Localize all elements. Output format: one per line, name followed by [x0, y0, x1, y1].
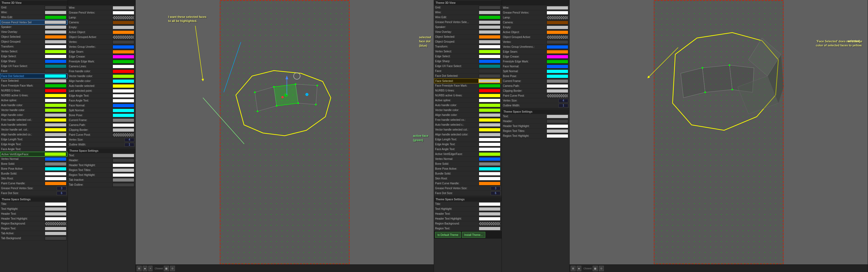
color-nurbs-u[interactable]: [45, 89, 66, 93]
r-row-grid[interactable]: Grid:: [434, 5, 501, 10]
r-color-text-highlight[interactable]: [479, 207, 500, 211]
rm-color-object-grouped-active[interactable]: [547, 35, 568, 39]
r-row-grease-pencil-vertex-sele[interactable]: Grease Pencil Vertex Sele...: [434, 20, 501, 25]
color-text-highlight[interactable]: [45, 207, 66, 211]
rm-row-split-normal[interactable]: Split Normal:: [502, 69, 569, 74]
color-speaker[interactable]: [45, 25, 66, 29]
row-view-overlay[interactable]: View Overlay:: [0, 30, 67, 34]
rm-color-paint-curve-pivot[interactable]: [547, 94, 568, 98]
r-grease-pencil-vertex-size[interactable]: 3: [491, 186, 500, 190]
rm-row-edge-seam[interactable]: Edge Seam:: [502, 50, 569, 54]
rm-color-split-normal[interactable]: [547, 69, 568, 73]
rm-row-lamp[interactable]: Lamp:: [502, 15, 569, 20]
mid-row-region-text-titles[interactable]: Region Text Titles:: [68, 168, 135, 173]
rm-color-vertex[interactable]: [547, 40, 568, 44]
mid-color-grease[interactable]: [113, 11, 134, 14]
r-row-region-background[interactable]: Region Background:: [434, 221, 501, 226]
rm-row-empty[interactable]: Empty:: [502, 25, 569, 30]
outline-width[interactable]: 1: [124, 143, 134, 147]
mid-row-vertex-group[interactable]: Vertex Group Unrefer.:: [68, 44, 135, 50]
r-toolbar-btn-misc[interactable]: ▦: [593, 266, 598, 271]
rm-color-camera[interactable]: [547, 21, 568, 24]
mid-row-split-normal[interactable]: Split Normal:: [68, 108, 135, 113]
r-color-grease[interactable]: [479, 20, 500, 24]
color-vector-handle-sel[interactable]: [45, 128, 66, 132]
color-grid[interactable]: [45, 6, 66, 9]
rm-row-bone-pose[interactable]: Bone Pose:: [502, 74, 569, 79]
r-vertex-size[interactable]: 4: [558, 99, 568, 102]
rm-row-object-grouped-active[interactable]: Object Grouped Active:: [502, 35, 569, 40]
r-color-face-angle[interactable]: [479, 147, 500, 151]
mid-color-align-handle[interactable]: [113, 79, 134, 83]
r-color-align-handle[interactable]: [479, 113, 500, 117]
rm-row-vertex[interactable]: Vertex:: [502, 40, 569, 44]
row-skin-root[interactable]: Skin Root:: [0, 176, 67, 181]
rm-row-vertex-size[interactable]: Vertex Size: 4: [502, 98, 569, 103]
color-bundle-solid[interactable]: [45, 172, 66, 176]
row-align-handle[interactable]: Align handle color:: [0, 113, 67, 118]
color-free-handle-sel[interactable]: [45, 118, 66, 122]
mid-row-tab-outline[interactable]: Tab Outline:: [68, 182, 135, 187]
r-color-wire[interactable]: [479, 10, 500, 14]
mid-row-align-handle-color[interactable]: Align handle color:: [68, 79, 135, 84]
r-color-vector-handle-sel[interactable]: [479, 128, 500, 132]
toolbar-btn-select[interactable]: ◈: [143, 266, 147, 271]
mid-row-region-text-highlight[interactable]: Region Text Highlight:: [68, 173, 135, 178]
r-row-skin-root[interactable]: Skin Root:: [434, 176, 501, 181]
mid-color-current-frame[interactable]: [113, 118, 134, 122]
r-color-vertex-select[interactable]: [479, 50, 500, 54]
r-row-align-handle[interactable]: Align handle color:: [434, 113, 501, 118]
r-row-face-dot-selected[interactable]: Face Dot Selected:: [434, 73, 501, 79]
toolbar-btn-overlay[interactable]: ⊙: [170, 266, 175, 271]
mid-row-header[interactable]: Header:: [68, 158, 135, 163]
row-align-handle-sel[interactable]: Align handle selected co.:: [0, 132, 67, 137]
mid-color-camera-path[interactable]: [113, 123, 134, 127]
r-row-edge-angle[interactable]: Edge Angle Text:: [434, 142, 501, 147]
r-color-header-text-highlight[interactable]: [479, 217, 500, 221]
r-row-region-text[interactable]: Region Text:: [434, 226, 501, 231]
rm-row-outline-width[interactable]: Outline Width: 1: [502, 103, 569, 108]
r-row-auto-handle[interactable]: Auto handle color:: [434, 103, 501, 108]
rm-row-camera[interactable]: Camera:: [502, 20, 569, 25]
mid-color-paint-curve-pivot[interactable]: [113, 133, 134, 137]
r-color-nurbs-active-u[interactable]: [479, 94, 500, 97]
mid-color-tab-inactive[interactable]: [113, 178, 134, 182]
mid-color-clipping[interactable]: [113, 128, 134, 132]
color-wire[interactable]: [45, 10, 66, 14]
row-edge-select[interactable]: Edge Select:: [0, 54, 67, 59]
grease-pencil-vertex-size[interactable]: 3: [57, 186, 66, 190]
mid-row-current-frame[interactable]: Current Frame:: [68, 118, 135, 123]
color-grease-pencil-vertex-sel[interactable]: [44, 20, 66, 24]
row-active-vert-edge-face[interactable]: Active Vert/Edge/Face:: [0, 152, 67, 157]
row-face-angle-text[interactable]: Face Angle Text:: [0, 147, 67, 152]
row-grid[interactable]: Grid:: [0, 5, 67, 10]
r-row-header-text[interactable]: Header Text:: [434, 211, 501, 216]
r-color-wire-edit[interactable]: [479, 16, 500, 19]
mid-row-header-text-highlight2[interactable]: Header Text Highlight:: [68, 163, 135, 168]
r-row-edge-select[interactable]: Edge Select:: [434, 54, 501, 59]
mid-row-edge-angle-text[interactable]: Edge Angle Text:: [68, 93, 135, 98]
color-nurbs-active-u[interactable]: [45, 94, 66, 97]
r-color-paint-curve[interactable]: [479, 182, 500, 185]
rm-color-header-text-hl[interactable]: [547, 124, 568, 128]
r-color-edge-sharp[interactable]: [479, 59, 500, 63]
color-tab-background[interactable]: [45, 236, 66, 240]
rm-color-region-text-hl[interactable]: [547, 134, 568, 138]
row-grease-pencil-vertex-sel[interactable]: Grease Pencil Vertex Sel: [0, 20, 67, 25]
mid-color-active-object[interactable]: [113, 30, 134, 34]
r-row-active-vef[interactable]: Active Vert/Edge/Face:: [434, 152, 501, 157]
toolbar-btn-add[interactable]: +: [148, 266, 152, 271]
color-align-handle-sel[interactable]: [45, 133, 66, 137]
r-color-face-freestyle[interactable]: [479, 84, 500, 88]
r-row-nurbs-u[interactable]: NURBS U-lines:: [434, 88, 501, 93]
r-color-view-overlay[interactable]: [479, 30, 500, 34]
mid-row-edge-seam[interactable]: Edge Seam:: [68, 50, 135, 54]
mid-color-region-text-hl[interactable]: [113, 173, 134, 177]
color-active-spline[interactable]: [45, 98, 66, 102]
r-color-active-vef[interactable]: [479, 152, 500, 156]
rm-color-edge-crease[interactable]: [547, 55, 568, 59]
row-auto-handle-sel[interactable]: Auto handle selected:: [0, 122, 67, 127]
mid-color-camera-lines[interactable]: [113, 65, 134, 68]
mid-row-object-grouped-active[interactable]: Object Grouped Active:: [68, 35, 135, 40]
r-color-transform[interactable]: [479, 45, 500, 49]
